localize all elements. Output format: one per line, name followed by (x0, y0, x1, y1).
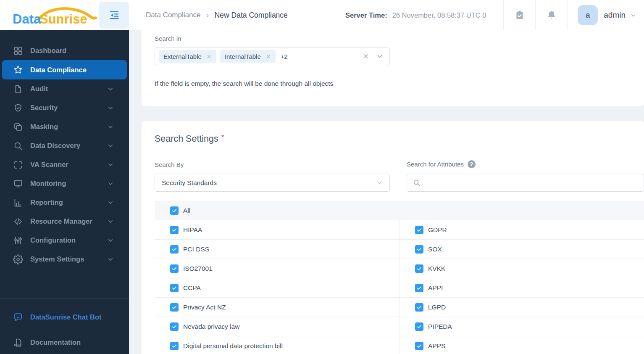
sidebar-item-label: Resource Manager (30, 217, 92, 225)
user-menu[interactable]: a admin (568, 5, 644, 25)
search-in-hint: If the field is empty, the search will b… (155, 80, 333, 87)
sidebar-item-va-scanner[interactable]: VA Scanner (0, 155, 129, 174)
sidebar-item-data-discovery[interactable]: Data Discovery (0, 136, 129, 155)
standard-checkbox-row-appi[interactable]: APPI (399, 278, 644, 297)
sidebar-item-monitoring[interactable]: Monitoring (0, 174, 129, 193)
chevron-down-icon (108, 219, 113, 225)
sidebar-item-label: Masking (30, 123, 58, 131)
more-tags-count[interactable]: +2 (281, 53, 288, 60)
sidebar-item-system-settings[interactable]: System Settings (0, 250, 129, 269)
sidebar-item-data-compliance[interactable]: Data Compliance (2, 60, 127, 79)
standard-checkbox-row-ccpa[interactable]: CCPA (155, 278, 399, 297)
standard-checkbox-row-pipeda[interactable]: PIPEDA (399, 317, 644, 336)
page-title: New Data Compliance (215, 11, 288, 20)
standard-checkbox-row-apps[interactable]: APPS (399, 336, 644, 354)
chevron-down-icon (630, 12, 636, 18)
sidebar-item-label: Audit (30, 85, 48, 93)
search-in-label: Search in (155, 35, 181, 42)
checkbox-checked[interactable] (415, 322, 423, 331)
standard-label: Nevada privacy law (183, 323, 239, 330)
avatar: a (578, 5, 598, 25)
notifications-button[interactable] (536, 0, 567, 30)
star-icon (13, 65, 23, 75)
checkbox-checked[interactable] (415, 303, 423, 312)
checkbox-checked[interactable] (170, 226, 179, 234)
masking-icon (13, 122, 23, 132)
chevron-down-icon (108, 105, 113, 111)
tag-label: InternalTable (225, 53, 261, 60)
standard-checkbox-row-digital-personal-data-protection-bill[interactable]: Digital personal data protection bill (155, 336, 399, 354)
logo-word-sunrise: Sunrise (39, 12, 87, 26)
standard-label: CCPA (183, 284, 201, 292)
server-time-label: Server Time: (345, 11, 387, 19)
checkbox-checked[interactable] (170, 342, 179, 350)
standard-checkbox-row-privacy-act-nz[interactable]: Privacy Act NZ (155, 298, 399, 317)
tasks-button[interactable] (504, 0, 535, 30)
sidebar: DashboardData ComplianceAuditSecurityMas… (0, 30, 129, 354)
checkbox-checked[interactable] (170, 284, 179, 292)
checkbox-checked[interactable] (415, 226, 423, 234)
breadcrumb: Data Compliance › New Data Compliance (146, 0, 288, 30)
remove-tag-icon[interactable] (206, 54, 212, 59)
selected-object-tag[interactable]: ExternalTable (159, 50, 216, 63)
search-by-select[interactable]: Security Standards (155, 174, 390, 192)
help-icon[interactable]: ? (468, 160, 476, 168)
datasunrise-logo[interactable]: Data Sunrise (12, 4, 100, 29)
sidebar-item-resource-manager[interactable]: Resource Manager (0, 212, 129, 231)
search-settings-title: Search Settings* (155, 133, 224, 144)
search-by-value: Security Standards (162, 179, 217, 187)
sidebar-item-documentation[interactable]: DOCDocumentation (0, 333, 129, 352)
checkbox-checked[interactable] (415, 284, 423, 292)
standard-label: Privacy Act NZ (183, 304, 226, 311)
sidebar-item-audit[interactable]: Audit (0, 79, 129, 98)
standard-checkbox-row-nevada-privacy-law[interactable]: Nevada privacy law (155, 317, 399, 336)
remove-tag-icon[interactable] (265, 54, 271, 59)
table-row: Privacy Act NZLGPD (155, 297, 644, 317)
selected-object-tag[interactable]: InternalTable (220, 50, 276, 63)
chevron-down-icon (108, 238, 113, 243)
sidebar-item-label: DataSunrise Chat Bot (30, 313, 102, 321)
checkbox-checked[interactable] (170, 206, 179, 215)
checkbox-checked[interactable] (170, 245, 179, 254)
search-in-multiselect[interactable]: ExternalTableInternalTable+2 (155, 48, 390, 65)
scanner-icon (13, 160, 23, 170)
standard-checkbox-row-iso27001[interactable]: ISO27001 (155, 259, 399, 278)
standard-checkbox-row-lgpd[interactable]: LGPD (399, 298, 644, 317)
standard-checkbox-row-sox[interactable]: SOX (399, 240, 644, 259)
clear-selection-icon[interactable] (363, 53, 369, 60)
sidebar-item-dashboard[interactable]: Dashboard (0, 41, 129, 60)
sidebar-item-label: System Settings (30, 255, 84, 263)
sidebar-collapse-button[interactable] (99, 2, 129, 29)
search-for-attributes-label: Search for Attributes ? (407, 160, 476, 168)
standard-checkbox-row-all[interactable]: All (155, 201, 644, 220)
logo-word-data: Data (13, 12, 41, 26)
attributes-search-box (407, 174, 644, 192)
checkbox-checked[interactable] (170, 322, 179, 331)
checkbox-checked[interactable] (170, 264, 179, 273)
checkbox-checked[interactable] (415, 245, 423, 254)
checkbox-checked[interactable] (415, 264, 423, 273)
chevron-down-icon (108, 200, 113, 206)
checkbox-checked[interactable] (170, 303, 179, 312)
sidebar-item-label: Documentation (30, 338, 81, 346)
sidebar-item-configuration[interactable]: Configuration (0, 231, 129, 250)
standard-checkbox-row-kvkk[interactable]: KVKK (399, 259, 644, 278)
sidebar-item-datasunrise-chat-bot[interactable]: DataSunrise Chat Bot (0, 308, 129, 327)
standard-checkbox-row-gdpr[interactable]: GDPR (399, 220, 644, 239)
checkbox-checked[interactable] (415, 342, 423, 350)
sidebar-item-label: Configuration (30, 236, 76, 244)
attributes-search-input[interactable] (424, 179, 638, 186)
chevron-down-icon[interactable] (376, 53, 383, 60)
sidebar-item-masking[interactable]: Masking (0, 117, 129, 136)
sidebar-item-security[interactable]: Security (0, 98, 129, 117)
sidebar-item-reporting[interactable]: Reporting (0, 193, 129, 212)
search-in-card: Search in ExternalTableInternalTable+2 I… (142, 30, 644, 106)
chevron-down-icon (108, 124, 113, 130)
chevron-down-icon (108, 162, 113, 168)
search-icon (13, 141, 23, 151)
standard-checkbox-row-hipaa[interactable]: HIPAA (155, 220, 399, 239)
breadcrumb-parent[interactable]: Data Compliance (146, 11, 200, 19)
standard-checkbox-row-pci-dss[interactable]: PCI DSS (155, 240, 399, 259)
chevron-down-icon (108, 86, 113, 92)
bell-icon (547, 10, 557, 20)
